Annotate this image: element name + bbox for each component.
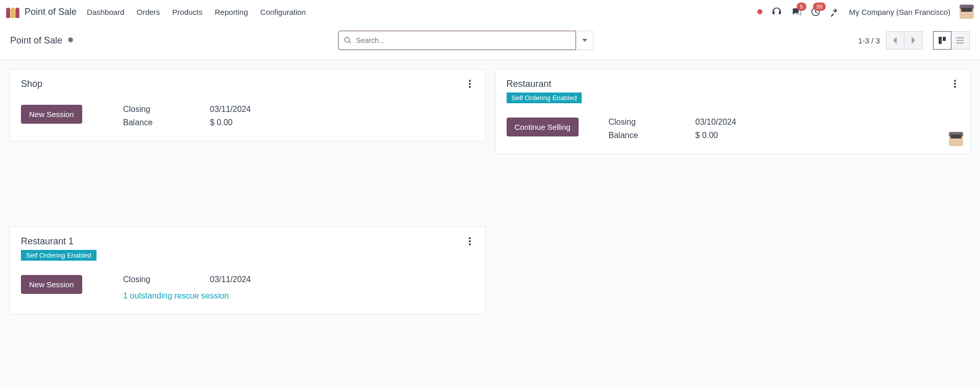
- svg-rect-4: [957, 42, 964, 43]
- self-ordering-tag: Self Ordering Enabled: [507, 93, 582, 103]
- continue-selling-button[interactable]: Continue Selling: [507, 118, 579, 136]
- search-wrap: [338, 31, 593, 50]
- pager-buttons: [886, 31, 923, 50]
- svg-point-9: [954, 83, 956, 85]
- svg-point-8: [954, 80, 956, 82]
- breadcrumb: Point of Sale: [10, 35, 74, 46]
- svg-rect-3: [957, 40, 964, 41]
- info-label: Closing: [609, 118, 696, 127]
- session-user-avatar[interactable]: [949, 132, 963, 146]
- pos-card-restaurant-1[interactable]: Restaurant 1 Self Ordering Enabled New S…: [9, 226, 486, 314]
- view-switcher: [933, 31, 970, 50]
- info-label: Balance: [123, 118, 210, 127]
- user-avatar[interactable]: [960, 5, 974, 19]
- svg-rect-1: [943, 37, 946, 41]
- support-icon[interactable]: [772, 7, 782, 17]
- info-value: $ 0.00: [696, 131, 960, 140]
- nav-link-orders[interactable]: Orders: [136, 8, 160, 16]
- view-list[interactable]: [951, 31, 970, 50]
- pos-card-shop[interactable]: Shop New Session Closing 03/11/2024 Bala…: [9, 69, 486, 141]
- svg-point-12: [469, 240, 471, 242]
- pager-prev[interactable]: [886, 31, 904, 50]
- svg-point-7: [469, 86, 471, 88]
- card-menu-icon[interactable]: [466, 236, 474, 248]
- card-title: Restaurant: [507, 79, 582, 89]
- info-label: Closing: [123, 105, 210, 114]
- pager-next[interactable]: [904, 31, 923, 50]
- search-dropdown[interactable]: [576, 31, 593, 50]
- app-icon[interactable]: [6, 6, 20, 18]
- app-title[interactable]: Point of Sale: [25, 7, 77, 17]
- view-kanban[interactable]: [933, 31, 951, 50]
- nav-links: Dashboard Orders Products Reporting Conf…: [87, 8, 306, 16]
- nav-link-configuration[interactable]: Configuration: [260, 8, 306, 16]
- svg-point-5: [469, 80, 471, 82]
- svg-point-13: [469, 243, 471, 245]
- caret-down-icon: [582, 38, 587, 43]
- self-ordering-tag: Self Ordering Enabled: [21, 250, 97, 261]
- card-title: Shop: [21, 79, 42, 89]
- svg-point-11: [469, 237, 471, 239]
- info-label: Balance: [609, 131, 696, 140]
- search-icon: [344, 36, 352, 44]
- nav-link-products[interactable]: Products: [172, 8, 202, 16]
- gear-icon[interactable]: [66, 35, 74, 46]
- svg-rect-2: [957, 37, 964, 38]
- info-value: $ 0.00: [210, 118, 474, 127]
- card-title: Restaurant 1: [21, 236, 97, 247]
- new-session-button[interactable]: New Session: [21, 275, 82, 294]
- rescue-session-link[interactable]: 1 outstanding rescue session: [123, 291, 474, 301]
- info-value: 03/11/2024: [210, 105, 474, 114]
- search-box[interactable]: [338, 31, 576, 50]
- messages-icon[interactable]: 5: [791, 7, 801, 17]
- nav-link-dashboard[interactable]: Dashboard: [87, 8, 124, 16]
- info-value: 03/10/2024: [696, 118, 960, 127]
- kanban-grid: Shop New Session Closing 03/11/2024 Bala…: [0, 60, 980, 387]
- tools-icon[interactable]: [830, 7, 840, 17]
- card-menu-icon[interactable]: [466, 79, 474, 90]
- svg-point-10: [954, 86, 956, 88]
- messages-badge: 5: [797, 3, 806, 11]
- activities-icon[interactable]: 39: [810, 7, 821, 17]
- new-session-button[interactable]: New Session: [21, 105, 82, 124]
- info-label: Closing: [123, 275, 210, 284]
- card-menu-icon[interactable]: [951, 79, 959, 90]
- info-value: 03/11/2024: [210, 275, 474, 284]
- pager: 1-3 / 3: [858, 31, 970, 50]
- status-dot-icon: [757, 9, 762, 14]
- pos-card-restaurant[interactable]: Restaurant Self Ordering Enabled Continu…: [495, 69, 971, 154]
- svg-point-6: [469, 83, 471, 85]
- activities-badge: 39: [813, 3, 825, 11]
- top-nav: Point of Sale Dashboard Orders Products …: [0, 0, 980, 24]
- search-input[interactable]: [356, 31, 570, 50]
- pager-text: 1-3 / 3: [858, 36, 880, 45]
- company-switcher[interactable]: My Company (San Francisco): [849, 8, 950, 16]
- svg-rect-0: [939, 37, 942, 44]
- control-bar: Point of Sale 1-3 / 3: [0, 24, 980, 59]
- nav-right: 5 39 My Company (San Francisco): [757, 5, 974, 19]
- breadcrumb-text: Point of Sale: [10, 35, 62, 46]
- nav-link-reporting[interactable]: Reporting: [215, 8, 248, 16]
